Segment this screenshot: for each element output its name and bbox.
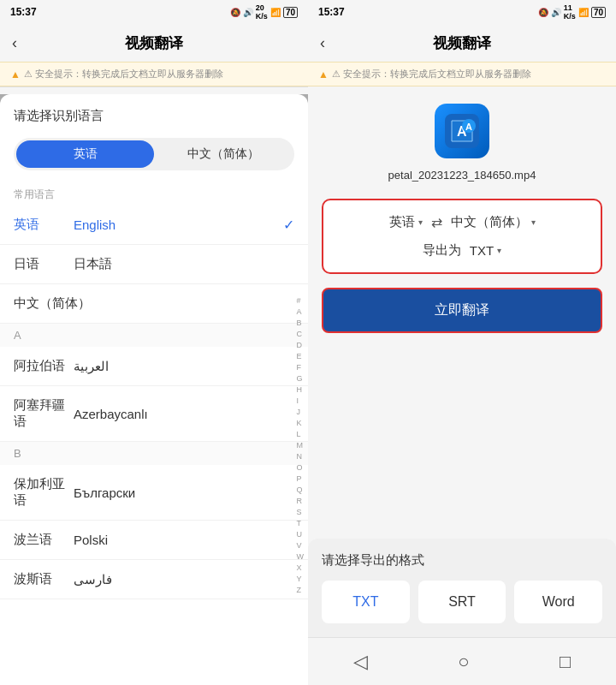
alpha-hash[interactable]: # bbox=[294, 295, 307, 306]
back-button-left[interactable]: ‹ bbox=[12, 34, 17, 52]
toggle-chinese[interactable]: 中文（简体） bbox=[154, 140, 292, 168]
swap-icon[interactable]: ⇄ bbox=[431, 214, 442, 230]
source-lang-label: 英语 bbox=[389, 214, 415, 230]
alpha-n[interactable]: N bbox=[294, 451, 307, 462]
alpha-section-b: B bbox=[0, 442, 308, 465]
export-label: 导出为 bbox=[423, 242, 461, 259]
lang-native-bulgarian: Български bbox=[74, 485, 294, 500]
alpha-t[interactable]: T bbox=[294, 518, 307, 528]
status-bar-left: 15:37 🔕 🔊 20K/s 📶 70 bbox=[0, 0, 308, 24]
top-bar-right: ‹ 视频翻译 bbox=[308, 24, 616, 62]
security-banner-left: ▲ ⚠ 安全提示：转换完成后文档立即从服务器删除 bbox=[0, 62, 308, 86]
lang-native-english: English bbox=[74, 217, 283, 232]
check-icon-english: ✓ bbox=[283, 217, 294, 233]
lang-item-azerbaijani[interactable]: 阿塞拜疆语 Azerbaycanlı bbox=[0, 386, 308, 442]
source-lang-selector[interactable]: 英语 ▾ bbox=[389, 214, 423, 230]
bottom-nav-right: ◁ ○ □ bbox=[308, 637, 616, 685]
alpha-a[interactable]: A bbox=[294, 307, 307, 317]
nav-back-right[interactable]: ◁ bbox=[336, 644, 385, 680]
warning-icon-left: ▲ bbox=[10, 68, 21, 80]
target-lang-selector[interactable]: 中文（简体） ▾ bbox=[451, 214, 536, 230]
export-format-chevron: ▾ bbox=[497, 246, 501, 255]
lang-native-persian: فارسی bbox=[74, 572, 294, 587]
lang-cn-chinese: 中文（简体） bbox=[14, 295, 91, 312]
format-sheet: 请选择导出的格式 TXT SRT Word bbox=[308, 539, 616, 637]
alpha-d[interactable]: D bbox=[294, 340, 307, 350]
sheet-title: 请选择识别语言 bbox=[0, 94, 308, 131]
options-card: 英语 ▾ ⇄ 中文（简体） ▾ 导出为 TXT ▾ bbox=[322, 199, 602, 274]
lang-cn-persian: 波斯语 bbox=[14, 571, 74, 587]
alpha-o[interactable]: O bbox=[294, 462, 307, 473]
alpha-w[interactable]: W bbox=[294, 551, 307, 562]
lang-item-english[interactable]: 英语 English ✓ bbox=[0, 206, 308, 245]
status-time-right: 15:37 bbox=[318, 6, 345, 18]
language-toggle: 英语 中文（简体） bbox=[14, 138, 294, 170]
lang-cn-bulgarian: 保加利亚语 bbox=[14, 476, 74, 509]
common-label: 常用语言 bbox=[0, 181, 308, 206]
file-name: petal_20231223_184650.mp4 bbox=[388, 169, 536, 182]
alpha-y[interactable]: Y bbox=[294, 574, 307, 584]
lang-native-japanese: 日本語 bbox=[74, 256, 294, 272]
alpha-u[interactable]: U bbox=[294, 529, 307, 539]
alpha-r[interactable]: R bbox=[294, 496, 307, 506]
svg-text:A: A bbox=[465, 122, 472, 132]
target-lang-chevron: ▾ bbox=[531, 217, 536, 227]
alpha-i[interactable]: I bbox=[294, 396, 307, 406]
format-btn-word[interactable]: Word bbox=[514, 581, 602, 623]
lang-item-chinese[interactable]: 中文（简体） bbox=[0, 284, 308, 324]
lang-native-arabic: العربية bbox=[74, 359, 294, 374]
lang-row: 英语 ▾ ⇄ 中文（简体） ▾ bbox=[337, 214, 587, 230]
alpha-e[interactable]: E bbox=[294, 351, 307, 361]
lang-item-japanese[interactable]: 日语 日本語 bbox=[0, 245, 308, 284]
page-title-right: 视频翻译 bbox=[433, 33, 491, 53]
alpha-k[interactable]: K bbox=[294, 418, 307, 428]
alpha-l[interactable]: L bbox=[294, 429, 307, 439]
lang-cn-japanese: 日语 bbox=[14, 256, 74, 272]
app-icon: A A bbox=[435, 104, 489, 158]
language-list: 英语 English ✓ 日语 日本語 中文（简体） A 阿拉伯语 العربي… bbox=[0, 206, 308, 685]
alpha-g[interactable]: G bbox=[294, 373, 307, 384]
lang-item-persian[interactable]: 波斯语 فارسی bbox=[0, 560, 308, 599]
alpha-j[interactable]: J bbox=[294, 407, 307, 417]
export-format-selector[interactable]: TXT ▾ bbox=[470, 243, 501, 258]
security-text-right: ⚠ 安全提示：转换完成后文档立即从服务器删除 bbox=[332, 68, 531, 80]
alpha-v[interactable]: V bbox=[294, 540, 307, 551]
back-button-right[interactable]: ‹ bbox=[320, 34, 325, 52]
nav-home-right[interactable]: ○ bbox=[441, 644, 486, 680]
alpha-p[interactable]: P bbox=[294, 474, 307, 484]
status-icons-right: 🔕 🔊 11K/s 📶 70 bbox=[538, 3, 606, 21]
left-panel: 15:37 🔕 🔊 20K/s 📶 70 ‹ 视频翻译 ▲ ⚠ 安全提示：转换完… bbox=[0, 0, 308, 685]
alpha-s[interactable]: S bbox=[294, 507, 307, 517]
source-lang-chevron: ▾ bbox=[418, 217, 423, 227]
lang-item-bulgarian[interactable]: 保加利亚语 Български bbox=[0, 465, 308, 521]
format-btn-txt[interactable]: TXT bbox=[322, 581, 410, 623]
lang-item-arabic[interactable]: 阿拉伯语 العربية bbox=[0, 347, 308, 386]
alpha-q[interactable]: Q bbox=[294, 485, 307, 495]
toggle-english[interactable]: 英语 bbox=[16, 140, 154, 168]
security-text-left: ⚠ 安全提示：转换完成后文档立即从服务器删除 bbox=[24, 68, 223, 80]
right-panel: 15:37 🔕 🔊 11K/s 📶 70 ‹ 视频翻译 ▲ ⚠ 安全提示：转换完… bbox=[308, 0, 616, 685]
alpha-m[interactable]: M bbox=[294, 440, 307, 450]
top-bar-left: ‹ 视频翻译 bbox=[0, 24, 308, 62]
export-row: 导出为 TXT ▾ bbox=[337, 242, 587, 259]
page-title-left: 视频翻译 bbox=[125, 33, 183, 53]
nav-recent-right[interactable]: □ bbox=[542, 644, 588, 680]
lang-item-polish[interactable]: 波兰语 Polski bbox=[0, 521, 308, 560]
format-btn-srt[interactable]: SRT bbox=[418, 581, 506, 623]
target-lang-label: 中文（简体） bbox=[451, 214, 528, 230]
alpha-index: # A B C D E F G H I J K L M N O P bbox=[294, 206, 307, 685]
lang-cn-polish: 波兰语 bbox=[14, 532, 74, 548]
status-icons-left: 🔕 🔊 20K/s 📶 70 bbox=[230, 3, 298, 21]
lang-cn-azerbaijani: 阿塞拜疆语 bbox=[14, 397, 74, 430]
translate-button[interactable]: 立即翻译 bbox=[322, 288, 602, 333]
app-icon-svg: A A bbox=[445, 114, 479, 148]
alpha-x[interactable]: X bbox=[294, 563, 307, 573]
format-options: TXT SRT Word bbox=[322, 581, 602, 623]
status-bar-right: 15:37 🔕 🔊 11K/s 📶 70 bbox=[308, 0, 616, 24]
alpha-z[interactable]: Z bbox=[294, 585, 307, 595]
alpha-b[interactable]: B bbox=[294, 318, 307, 328]
alpha-h[interactable]: H bbox=[294, 384, 307, 395]
alpha-c[interactable]: C bbox=[294, 329, 307, 339]
alpha-f[interactable]: F bbox=[294, 362, 307, 372]
security-banner-right: ▲ ⚠ 安全提示：转换完成后文档立即从服务器删除 bbox=[308, 62, 616, 86]
